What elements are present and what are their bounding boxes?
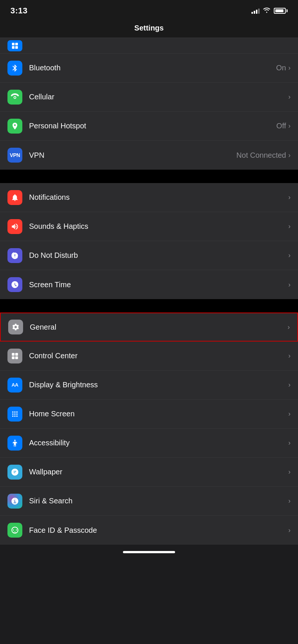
status-icons (251, 7, 288, 15)
screentime-right: › (288, 281, 291, 289)
vpn-icon: VPN (7, 148, 22, 163)
wifi-icon (263, 7, 271, 15)
svg-rect-4 (12, 353, 15, 355)
cellular-icon (7, 90, 22, 105)
siri-right: › (288, 497, 291, 505)
wallpaper-chevron: › (288, 468, 291, 476)
cellular-chevron: › (288, 93, 291, 101)
notifications-label: Notifications (29, 193, 70, 202)
sounds-icon (7, 219, 22, 234)
notifications-content: Notifications › (29, 193, 291, 202)
preferences-section: General › Control Center › AA (0, 313, 298, 545)
settings-row-dnd[interactable]: Do Not Disturb › (0, 241, 298, 270)
dnd-content: Do Not Disturb › (29, 251, 291, 260)
section-divider-1 (0, 170, 298, 183)
vpn-icon-text: VPN (10, 152, 20, 158)
wallpaper-label: Wallpaper (29, 468, 62, 476)
sounds-right: › (288, 222, 291, 230)
bluetooth-icon (7, 61, 22, 76)
dnd-icon (7, 248, 22, 263)
notifications-right: › (288, 193, 291, 201)
accessibility-icon (7, 436, 22, 451)
display-chevron: › (288, 381, 291, 389)
nav-bar: Settings (0, 20, 298, 38)
svg-point-15 (14, 415, 16, 417)
hotspot-content: Personal Hotspot Off › (29, 122, 291, 130)
svg-point-9 (14, 411, 16, 413)
display-icon: AA (7, 378, 22, 393)
svg-point-14 (12, 415, 14, 417)
homescreen-content: Home Screen › (29, 410, 291, 418)
svg-point-10 (16, 411, 18, 413)
vpn-chevron: › (288, 151, 291, 159)
siri-content: Siri & Search › (29, 497, 291, 505)
controlcenter-right: › (288, 352, 291, 360)
bluetooth-chevron: › (288, 64, 291, 72)
svg-point-16 (16, 415, 18, 417)
page-title: Settings (134, 24, 164, 32)
faceid-content: Face ID & Passcode › (29, 526, 291, 535)
settings-row-vpn[interactable]: VPN VPN Not Connected › (0, 141, 298, 170)
homescreen-chevron: › (288, 410, 291, 418)
svg-rect-0 (12, 43, 15, 45)
settings-row-controlcenter[interactable]: Control Center › (0, 342, 298, 371)
settings-row-general[interactable]: General › (0, 313, 298, 342)
settings-row-wallpaper[interactable]: Wallpaper › (0, 458, 298, 487)
settings-row-faceid[interactable]: Face ID & Passcode › (0, 516, 298, 545)
signal-icon (251, 8, 260, 14)
settings-row-display[interactable]: AA Display & Brightness › (0, 371, 298, 400)
hotspot-label: Personal Hotspot (29, 122, 86, 130)
settings-row-sounds[interactable]: Sounds & Haptics › (0, 212, 298, 241)
settings-row-bluetooth[interactable]: Bluetooth On › (0, 54, 298, 83)
settings-row-hotspot[interactable]: Personal Hotspot Off › (0, 112, 298, 141)
svg-point-13 (16, 413, 18, 415)
vpn-right: Not Connected › (237, 151, 291, 160)
hotspot-value: Off (276, 122, 286, 130)
homescreen-icon (7, 407, 22, 422)
settings-row-screentime[interactable]: Screen Time › (0, 270, 298, 299)
accessibility-label: Accessibility (29, 439, 70, 447)
general-chevron: › (288, 323, 290, 331)
svg-point-8 (12, 411, 14, 413)
notifications-chevron: › (288, 193, 291, 201)
settings-row-accessibility[interactable]: Accessibility › (0, 429, 298, 458)
controlcenter-icon (7, 349, 22, 363)
svg-rect-7 (15, 356, 18, 359)
cellular-label: Cellular (29, 93, 54, 101)
general-right: › (288, 323, 290, 331)
system-section: Notifications › Sounds & Haptics › (0, 183, 298, 299)
svg-point-17 (14, 439, 16, 441)
accessibility-chevron: › (288, 439, 291, 447)
cellular-right: › (286, 93, 291, 101)
settings-row-cellular[interactable]: Cellular › (0, 83, 298, 112)
screentime-icon (7, 277, 22, 292)
settings-row-homescreen[interactable]: Home Screen › (0, 400, 298, 429)
homescreen-label: Home Screen (29, 410, 74, 418)
faceid-label: Face ID & Passcode (29, 526, 97, 535)
wallpaper-content: Wallpaper › (29, 468, 291, 476)
settings-row-siri[interactable]: Siri & Search › (0, 487, 298, 516)
vpn-content: VPN Not Connected › (29, 151, 291, 160)
connectivity-section: Bluetooth On › Cellular › (0, 54, 298, 170)
accessibility-content: Accessibility › (29, 439, 291, 447)
faceid-right: › (288, 526, 291, 534)
hotspot-right: Off › (276, 122, 291, 130)
settings-row-notifications[interactable]: Notifications › (0, 183, 298, 212)
wallpaper-right: › (288, 468, 291, 476)
notifications-icon (7, 190, 22, 205)
general-label: General (30, 323, 56, 331)
screentime-content: Screen Time › (29, 281, 291, 289)
siri-label: Siri & Search (29, 497, 73, 505)
siri-icon (7, 494, 22, 509)
display-icon-text: AA (12, 382, 18, 388)
status-bar: 3:13 (0, 0, 298, 20)
screentime-chevron: › (288, 281, 291, 289)
svg-rect-2 (12, 46, 15, 49)
svg-rect-3 (15, 46, 18, 49)
screentime-label: Screen Time (29, 281, 71, 289)
accessibility-right: › (288, 439, 291, 447)
vpn-label: VPN (29, 151, 44, 160)
svg-rect-1 (15, 43, 18, 45)
sounds-chevron: › (288, 222, 291, 230)
wallpaper-icon (7, 465, 22, 480)
